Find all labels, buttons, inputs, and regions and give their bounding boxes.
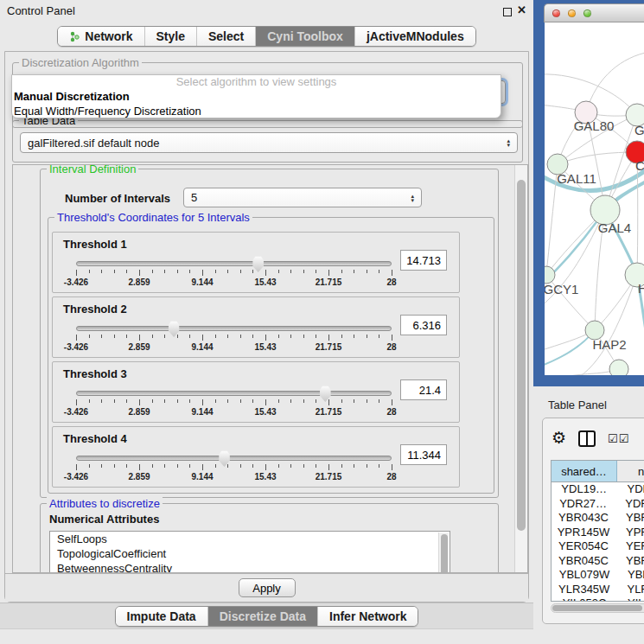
dropdown-hint: Select algorithm to view settings [12,75,501,89]
threshold-1-panel: Threshold 1 -3.4262.8599.14415.4321.7152… [52,232,460,293]
group-title: Attributes to discretize [47,497,163,510]
table-row[interactable]: YIL053CYIL0 [552,596,644,602]
close-traffic-light-icon[interactable] [552,10,560,17]
table-cell: YBR045C [552,554,615,569]
column-header-name[interactable]: na [617,461,644,481]
table-row[interactable]: YDL19…YDL1 [552,482,644,497]
node-label: H [638,281,644,296]
group-title: Discretization Algorithm [19,56,142,69]
attributes-to-discretize-group: Attributes to discretize Numerical Attri… [40,503,499,573]
tick-label: 15.43 [254,342,276,352]
number-of-intervals-select[interactable]: 5 ▴▾ [183,188,422,207]
tab-impute-data[interactable]: Impute Data [116,607,207,626]
bottom-tab-bar: Impute Data Discretize Data Infer Networ… [0,603,533,629]
table-row[interactable]: YLR345WYLR3 [552,583,644,597]
scrollbar-thumb[interactable] [517,180,526,531]
interval-definition-group: Interval Definition Number of Intervals … [40,169,499,498]
gear-icon[interactable]: ⚙ [552,430,566,447]
table-panel-toolbar: ⚙ ☑☑ [552,425,644,451]
tab-style[interactable]: Style [144,27,196,46]
table-cell: YBL0 [617,568,644,583]
network-view-window: GAL80GCGAL11GAL4GCY1HHAP2 [533,0,644,386]
node-label: C [635,158,644,173]
columns-icon[interactable] [578,430,596,447]
apply-button[interactable]: Apply [239,578,296,597]
tab-label: Cyni Toolbox [267,29,343,43]
apply-row: Apply [5,573,528,602]
threshold-3-slider[interactable]: -3.4262.8599.14415.4321.71528 [76,386,392,419]
tick-label: 2.859 [128,407,150,417]
slider-tick-labels: -3.4262.8599.14415.4321.71528 [76,277,392,288]
threshold-2-value-field[interactable] [400,315,447,335]
table-cell: YLR345W [552,583,616,597]
table-data-select[interactable]: galFiltered.sif default node ▴▾ [20,132,518,153]
table-row[interactable]: YBR045CYBR0 [552,554,644,569]
dropdown-option[interactable]: Manual Discretization [12,89,501,104]
threshold-1-slider[interactable]: -3.4262.8599.14415.4321.71528 [76,257,392,290]
table-cell: YPR1 [615,526,644,540]
threshold-2-slider[interactable]: -3.4262.8599.14415.4321.71528 [76,322,392,354]
tab-network[interactable]: Network [58,27,143,46]
attribute-list-item[interactable]: TopologicalCoefficient [50,546,450,561]
tab-label: Infer Network [329,609,406,623]
checkboxes-icon[interactable]: ☑☑ [608,432,629,445]
column-header-shared[interactable]: shared… [552,461,617,481]
table-horizontal-scrollbar[interactable] [551,603,644,613]
tab-label: Select [208,29,244,43]
numerical-attributes-label: Numerical Attributes [49,513,159,526]
tab-cyni-toolbox[interactable]: Cyni Toolbox [255,27,354,46]
threshold-4-value-field[interactable] [400,444,447,465]
node-label: GAL11 [557,171,596,186]
numerical-attributes-list[interactable]: SelfLoopsTopologicalCoefficientBetweenne… [49,531,450,573]
network-node[interactable] [545,266,555,284]
attribute-list-item[interactable]: BetweennessCentrality [50,561,450,573]
float-window-icon[interactable] [503,8,512,16]
tick-label: -3.426 [64,342,88,352]
tab-infer-network[interactable]: Infer Network [317,607,418,626]
attribute-list-item[interactable]: SelfLoops [50,532,450,546]
table-header: shared… na [552,461,644,482]
threshold-1-value-field[interactable] [400,250,447,271]
slider-tick-labels: -3.4262.8599.14415.4321.71528 [76,342,392,353]
network-icon [69,31,80,42]
minimize-traffic-light-icon[interactable] [568,10,576,17]
table-row[interactable]: YBL079WYBL0 [552,568,644,583]
tick-label: 9.144 [191,472,213,481]
network-canvas[interactable]: GAL80GCGAL11GAL4GCY1HHAP2 [545,22,644,375]
tick-label: 21.715 [316,472,342,481]
table-cell: YER054C [552,539,615,554]
table-cell: YBR0 [615,554,644,569]
table-row[interactable]: YER054CYER0 [552,539,644,554]
table-cell: YER0 [615,539,644,554]
table-row[interactable]: YDR27…YDR2 [552,497,644,512]
scrollbar-thumb[interactable] [552,605,642,611]
tick-label: 21.715 [316,407,342,417]
table-panel-title: Table Panel [548,399,607,411]
spinner-arrows-icon: ▴▾ [507,138,510,147]
threshold-3-value-field[interactable] [400,379,447,400]
zoom-traffic-light-icon[interactable] [583,10,591,17]
threshold-4-slider[interactable]: -3.4262.8599.14415.4321.71528 [76,451,392,484]
list-scrollbar[interactable] [438,532,449,573]
number-of-intervals-label: Number of Intervals [65,192,170,205]
tab-label: Network [85,29,132,43]
network-window-titlebar[interactable] [544,3,644,22]
table-row[interactable]: YPR145WYPR1 [552,526,644,540]
table-cell: YIL0 [617,596,644,602]
tick-label: 9.144 [191,342,213,352]
cyni-toolbox-panel: Discretization Algorithm Select algorith… [4,51,529,603]
tick-label: 28 [386,342,396,352]
tab-discretize-data[interactable]: Discretize Data [207,607,317,626]
table-data-value: galFiltered.sif default node [28,137,159,150]
table-cell: YDL19… [552,482,616,497]
node-label: HAP2 [592,337,626,352]
table-row[interactable]: YBR043CYBR0 [552,511,644,526]
tab-select[interactable]: Select [196,27,255,46]
tab-jactivemnodules[interactable]: jActiveMNodules [354,27,475,46]
network-node[interactable] [609,360,628,375]
vertical-scrollbar[interactable] [514,165,527,572]
slider-track [76,391,392,396]
close-icon[interactable]: ✕ [517,3,526,16]
dropdown-option[interactable]: Equal Width/Frequency Discretization [12,104,501,118]
spinner-arrows-icon: ▴▾ [411,194,414,202]
